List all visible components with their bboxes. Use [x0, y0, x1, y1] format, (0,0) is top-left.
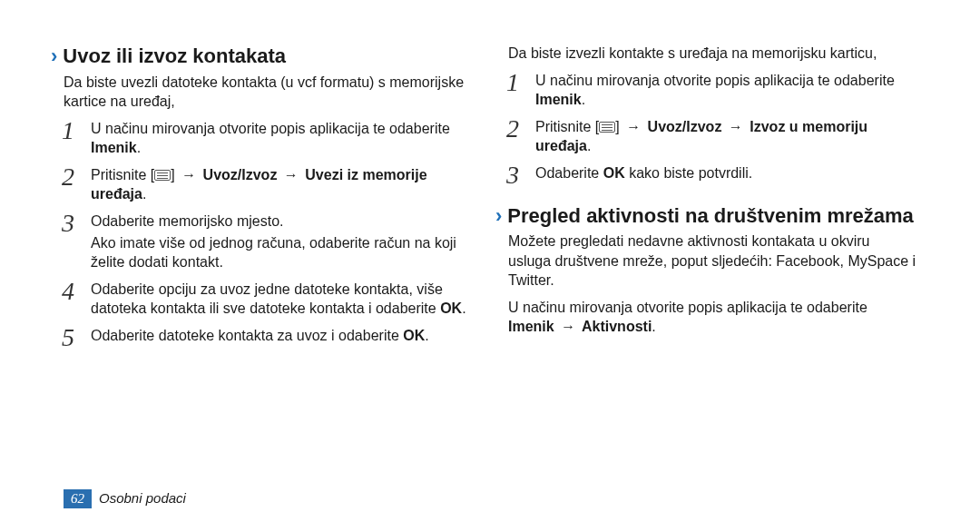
heading-import-export: ›Uvoz ili izvoz kontakata [51, 44, 472, 69]
step-item: Odaberite OK kako biste potvrdili. [508, 163, 916, 183]
step-item: Pritisnite [] → Uvoz/Izvoz → Uvezi iz me… [64, 165, 472, 204]
menu-icon [154, 170, 171, 181]
heading-social: ›Pregled aktivnosti na društvenim mrežam… [495, 203, 916, 229]
intro-text-right: Da biste izvezli kontakte s uređaja na m… [508, 44, 916, 64]
steps-list-right: U načinu mirovanja otvorite popis aplika… [508, 71, 916, 183]
footer: 62Osobni podaci [64, 489, 186, 508]
step-item: Odaberite opciju za uvoz jedne datoteke … [64, 280, 472, 319]
step-item: Pritisnite [] → Uvoz/Izvoz → Izvoz u mem… [508, 117, 916, 156]
page-number: 62 [64, 489, 92, 508]
menu-icon [599, 122, 615, 133]
para-social-action: U načinu mirovanja otvorite popis aplika… [508, 298, 916, 337]
para-social-desc: Možete pregledati nedavne aktivnosti kon… [508, 232, 916, 291]
step-item: U načinu mirovanja otvorite popis aplika… [64, 119, 472, 158]
step-item: U načinu mirovanja otvorite popis aplika… [508, 71, 916, 110]
right-column: Da biste izvezli kontakte s uređaja na m… [508, 44, 916, 353]
step-item: Odaberite datoteke kontakta za uvoz i od… [64, 326, 472, 346]
section-name: Osobni podaci [99, 490, 186, 506]
intro-text: Da biste uvezli datoteke kontakta (u vcf… [64, 73, 472, 112]
heading-text: Pregled aktivnosti na društvenim mrežama [507, 204, 914, 227]
left-column: ›Uvoz ili izvoz kontakata Da biste uvezl… [64, 44, 472, 353]
heading-text: Uvoz ili izvoz kontakata [63, 44, 286, 67]
step-item: Odaberite memorijsko mjesto. Ako imate v… [64, 212, 472, 272]
steps-list-left: U načinu mirovanja otvorite popis aplika… [64, 119, 472, 346]
chevron-icon: › [495, 203, 502, 229]
section-social: ›Pregled aktivnosti na društvenim mrežam… [508, 203, 916, 337]
chevron-icon: › [51, 44, 57, 69]
